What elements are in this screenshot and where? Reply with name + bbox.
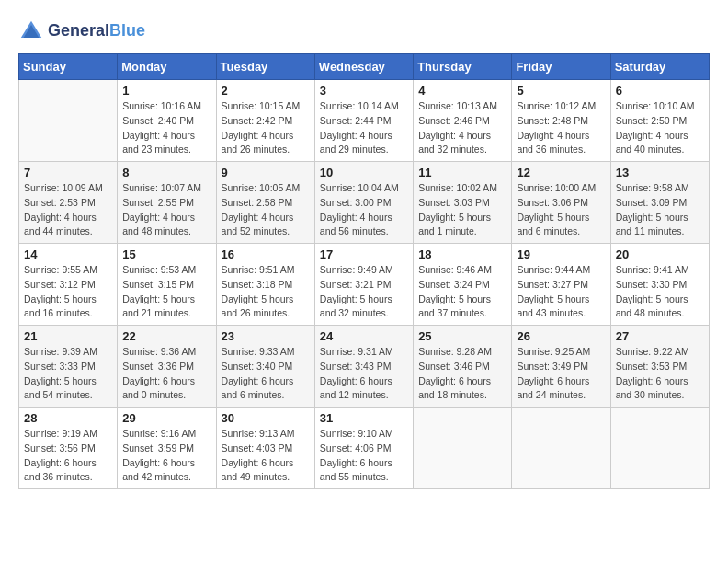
calendar-cell: 21Sunrise: 9:39 AMSunset: 3:33 PMDayligh… <box>19 326 118 408</box>
day-detail: Sunrise: 9:49 AMSunset: 3:21 PMDaylight:… <box>320 263 408 321</box>
day-detail: Sunrise: 9:55 AMSunset: 3:12 PMDaylight:… <box>24 263 112 321</box>
day-number: 10 <box>320 166 408 179</box>
day-number: 2 <box>222 84 310 98</box>
day-number: 12 <box>517 166 605 179</box>
calendar-cell: 14Sunrise: 9:55 AMSunset: 3:12 PMDayligh… <box>19 244 118 326</box>
calendar-week-row: 21Sunrise: 9:39 AMSunset: 3:33 PMDayligh… <box>19 326 710 408</box>
day-header-thursday: Thursday <box>414 54 512 80</box>
day-number: 28 <box>24 411 112 425</box>
day-number: 29 <box>122 411 210 425</box>
calendar-cell: 5Sunrise: 10:12 AMSunset: 2:48 PMDayligh… <box>512 80 610 162</box>
calendar-week-row: 28Sunrise: 9:19 AMSunset: 3:56 PMDayligh… <box>19 408 710 489</box>
calendar-cell: 12Sunrise: 10:00 AMSunset: 3:06 PMDaylig… <box>512 162 610 244</box>
day-detail: Sunrise: 9:28 AMSunset: 3:46 PMDaylight:… <box>418 345 506 403</box>
calendar-cell: 15Sunrise: 9:53 AMSunset: 3:15 PMDayligh… <box>118 244 216 326</box>
calendar-cell: 29Sunrise: 9:16 AMSunset: 3:59 PMDayligh… <box>118 408 216 489</box>
day-number: 20 <box>616 247 704 261</box>
logo-icon <box>18 18 44 44</box>
calendar-cell: 19Sunrise: 9:44 AMSunset: 3:27 PMDayligh… <box>512 244 610 326</box>
calendar-cell: 18Sunrise: 9:46 AMSunset: 3:24 PMDayligh… <box>414 244 512 326</box>
day-number: 15 <box>122 247 210 261</box>
day-number: 7 <box>24 166 112 179</box>
day-number: 8 <box>122 166 210 179</box>
day-detail: Sunrise: 10:15 AMSunset: 2:42 PMDaylight… <box>222 99 310 157</box>
day-number: 14 <box>24 247 112 261</box>
calendar-week-row: 14Sunrise: 9:55 AMSunset: 3:12 PMDayligh… <box>19 244 710 326</box>
calendar-cell: 8Sunrise: 10:07 AMSunset: 2:55 PMDayligh… <box>118 162 216 244</box>
day-detail: Sunrise: 9:31 AMSunset: 3:43 PMDaylight:… <box>320 345 408 403</box>
day-detail: Sunrise: 10:00 AMSunset: 3:06 PMDaylight… <box>517 181 605 239</box>
calendar-cell: 3Sunrise: 10:14 AMSunset: 2:44 PMDayligh… <box>314 80 413 162</box>
day-detail: Sunrise: 9:33 AMSunset: 3:40 PMDaylight:… <box>222 345 310 403</box>
day-number: 24 <box>320 329 408 343</box>
calendar-cell: 23Sunrise: 9:33 AMSunset: 3:40 PMDayligh… <box>216 326 314 408</box>
calendar-cell <box>19 80 118 162</box>
day-detail: Sunrise: 9:51 AMSunset: 3:18 PMDaylight:… <box>222 263 310 321</box>
day-detail: Sunrise: 9:39 AMSunset: 3:33 PMDaylight:… <box>24 345 112 403</box>
calendar-cell: 7Sunrise: 10:09 AMSunset: 2:53 PMDayligh… <box>19 162 118 244</box>
day-number: 25 <box>418 329 506 343</box>
day-number: 13 <box>616 166 704 179</box>
day-detail: Sunrise: 10:02 AMSunset: 3:03 PMDaylight… <box>418 181 506 239</box>
day-header-saturday: Saturday <box>610 54 709 80</box>
day-detail: Sunrise: 10:07 AMSunset: 2:55 PMDaylight… <box>122 181 210 239</box>
calendar-cell: 25Sunrise: 9:28 AMSunset: 3:46 PMDayligh… <box>414 326 512 408</box>
calendar-cell: 30Sunrise: 9:13 AMSunset: 4:03 PMDayligh… <box>216 408 314 489</box>
calendar-cell: 4Sunrise: 10:13 AMSunset: 2:46 PMDayligh… <box>414 80 512 162</box>
day-detail: Sunrise: 9:53 AMSunset: 3:15 PMDaylight:… <box>122 263 210 321</box>
calendar-cell: 28Sunrise: 9:19 AMSunset: 3:56 PMDayligh… <box>19 408 118 489</box>
calendar-week-row: 1Sunrise: 10:16 AMSunset: 2:40 PMDayligh… <box>19 80 710 162</box>
day-detail: Sunrise: 9:44 AMSunset: 3:27 PMDaylight:… <box>517 263 605 321</box>
day-number: 18 <box>418 247 506 261</box>
day-detail: Sunrise: 10:04 AMSunset: 3:00 PMDaylight… <box>320 181 408 239</box>
day-number: 21 <box>24 329 112 343</box>
day-number: 6 <box>616 84 704 98</box>
day-detail: Sunrise: 9:36 AMSunset: 3:36 PMDaylight:… <box>122 345 210 403</box>
day-number: 5 <box>517 84 605 98</box>
calendar-table: SundayMondayTuesdayWednesdayThursdayFrid… <box>18 53 710 489</box>
day-detail: Sunrise: 9:13 AMSunset: 4:03 PMDaylight:… <box>222 427 310 485</box>
day-number: 23 <box>222 329 310 343</box>
calendar-cell: 31Sunrise: 9:10 AMSunset: 4:06 PMDayligh… <box>314 408 413 489</box>
day-header-wednesday: Wednesday <box>314 54 413 80</box>
calendar-cell: 26Sunrise: 9:25 AMSunset: 3:49 PMDayligh… <box>512 326 610 408</box>
calendar-cell: 22Sunrise: 9:36 AMSunset: 3:36 PMDayligh… <box>118 326 216 408</box>
day-number: 16 <box>222 247 310 261</box>
day-number: 11 <box>418 166 506 179</box>
calendar-cell: 9Sunrise: 10:05 AMSunset: 2:58 PMDayligh… <box>216 162 314 244</box>
day-header-sunday: Sunday <box>19 54 118 80</box>
day-detail: Sunrise: 9:10 AMSunset: 4:06 PMDaylight:… <box>320 427 408 485</box>
day-header-monday: Monday <box>118 54 216 80</box>
day-detail: Sunrise: 10:13 AMSunset: 2:46 PMDaylight… <box>418 99 506 157</box>
logo-text: GeneralBlue <box>48 22 145 40</box>
calendar-cell <box>512 408 610 489</box>
calendar-cell: 2Sunrise: 10:15 AMSunset: 2:42 PMDayligh… <box>216 80 314 162</box>
calendar-cell <box>414 408 512 489</box>
calendar-cell: 13Sunrise: 9:58 AMSunset: 3:09 PMDayligh… <box>610 162 709 244</box>
day-detail: Sunrise: 9:25 AMSunset: 3:49 PMDaylight:… <box>517 345 605 403</box>
calendar-cell: 6Sunrise: 10:10 AMSunset: 2:50 PMDayligh… <box>610 80 709 162</box>
calendar-cell: 11Sunrise: 10:02 AMSunset: 3:03 PMDaylig… <box>414 162 512 244</box>
day-detail: Sunrise: 10:09 AMSunset: 2:53 PMDaylight… <box>24 181 112 239</box>
calendar-cell: 16Sunrise: 9:51 AMSunset: 3:18 PMDayligh… <box>216 244 314 326</box>
day-detail: Sunrise: 10:12 AMSunset: 2:48 PMDaylight… <box>517 99 605 157</box>
day-header-friday: Friday <box>512 54 610 80</box>
day-number: 31 <box>320 411 408 425</box>
calendar-cell: 1Sunrise: 10:16 AMSunset: 2:40 PMDayligh… <box>118 80 216 162</box>
day-number: 4 <box>418 84 506 98</box>
day-number: 26 <box>517 329 605 343</box>
calendar-header-row: SundayMondayTuesdayWednesdayThursdayFrid… <box>19 54 710 80</box>
day-number: 19 <box>517 247 605 261</box>
day-detail: Sunrise: 10:05 AMSunset: 2:58 PMDaylight… <box>222 181 310 239</box>
calendar-cell: 24Sunrise: 9:31 AMSunset: 3:43 PMDayligh… <box>314 326 413 408</box>
calendar-week-row: 7Sunrise: 10:09 AMSunset: 2:53 PMDayligh… <box>19 162 710 244</box>
day-number: 1 <box>122 84 210 98</box>
day-detail: Sunrise: 9:41 AMSunset: 3:30 PMDaylight:… <box>616 263 704 321</box>
calendar-cell: 27Sunrise: 9:22 AMSunset: 3:53 PMDayligh… <box>610 326 709 408</box>
day-detail: Sunrise: 10:16 AMSunset: 2:40 PMDaylight… <box>122 99 210 157</box>
day-detail: Sunrise: 10:14 AMSunset: 2:44 PMDaylight… <box>320 99 408 157</box>
day-number: 9 <box>222 166 310 179</box>
day-detail: Sunrise: 9:19 AMSunset: 3:56 PMDaylight:… <box>24 427 112 485</box>
day-detail: Sunrise: 9:22 AMSunset: 3:53 PMDaylight:… <box>616 345 704 403</box>
page-header: GeneralBlue <box>18 18 710 44</box>
